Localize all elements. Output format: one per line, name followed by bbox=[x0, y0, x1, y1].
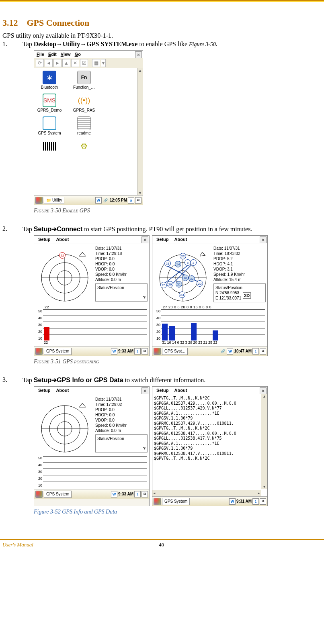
step-suffix: to switch different information. bbox=[123, 377, 206, 383]
menu-go[interactable]: Go bbox=[75, 52, 81, 57]
signal-chart: 22 5040302010 22 bbox=[34, 304, 149, 346]
step-2: 2. Tap Setup➔Connect to start GPS positi… bbox=[2, 225, 322, 233]
tray-w-icon[interactable]: W bbox=[111, 348, 117, 355]
function-icon[interactable]: FnFunction_… bbox=[71, 71, 97, 90]
gprs-demo-icon[interactable]: SMSGPRS_Demo bbox=[37, 94, 62, 112]
tray-desktop-icon[interactable]: ⧉ bbox=[260, 498, 266, 505]
menu-view[interactable]: View bbox=[61, 52, 71, 57]
taskbar: 📁Utility W 🔗 12:05 PM a ⧉ bbox=[34, 195, 143, 205]
taskbar-app[interactable]: GPS System bbox=[162, 498, 190, 505]
gps-mode-3d: 3D bbox=[243, 292, 251, 299]
toolbar: ⟳ ◄ ► ▲ ✕ ☑ ▦ ▾ bbox=[34, 58, 143, 68]
nmea-line: $GPRMC,012538.417,V,,,,,,,010811, bbox=[154, 451, 266, 457]
barcode-icon[interactable] bbox=[37, 139, 62, 154]
section-heading: 3.12 GPS Connection bbox=[2, 18, 322, 28]
section-title: GPS Connection bbox=[27, 18, 90, 28]
nmea-line: $GPGSA,A,1,,,,,,,,,,,,,,*1E bbox=[154, 441, 266, 446]
menu-setup[interactable]: Setup bbox=[156, 388, 169, 393]
step-path: Desktop→Utility→GPS SYSTEM.exe bbox=[34, 41, 138, 47]
satellite-22: 22 bbox=[180, 253, 186, 259]
vertical-scrollbar[interactable]: ▲▼ bbox=[137, 68, 143, 195]
gps-menubar: Setup About × bbox=[152, 387, 267, 394]
status-mark: ? bbox=[143, 295, 146, 300]
tray-w-icon[interactable]: W bbox=[229, 498, 236, 505]
taskbar-app[interactable]: 📁Utility bbox=[44, 197, 64, 204]
toolbar-up[interactable]: ▲ bbox=[62, 59, 70, 67]
taskbar: GPS System W 9:33 AM 1 ⧉ bbox=[34, 489, 149, 499]
tray-w-icon[interactable]: W bbox=[227, 348, 233, 355]
menu-about[interactable]: About bbox=[174, 237, 187, 242]
intro-text: GPS utility only available in PT-9X30-1-… bbox=[2, 32, 322, 39]
close-icon[interactable]: × bbox=[260, 236, 267, 243]
toolbar-view[interactable]: ▦ bbox=[92, 59, 100, 67]
gps-date: Date: 11/07/31 bbox=[95, 397, 148, 402]
start-button[interactable] bbox=[154, 498, 161, 505]
menu-about[interactable]: About bbox=[56, 388, 69, 393]
gps-vdop: VDOP: 3.1 bbox=[213, 267, 266, 272]
tray-desktop-icon[interactable]: ⧉ bbox=[260, 348, 266, 355]
horizontal-scrollbar[interactable]: ◄► bbox=[152, 490, 261, 496]
tray-network-icon[interactable]: 🔗 bbox=[103, 197, 109, 204]
toolbar-refresh[interactable]: ⟳ bbox=[36, 59, 44, 67]
status-box: Status/Position ? bbox=[95, 434, 148, 452]
toolbar-delete[interactable]: ✕ bbox=[71, 59, 79, 67]
close-icon[interactable]: × bbox=[260, 387, 267, 394]
tray-1-icon[interactable]: 1 bbox=[252, 498, 259, 505]
step-suffix: to start GPS positioning. PT90 will get … bbox=[82, 226, 252, 232]
tray-network-icon[interactable]: 🔗 bbox=[219, 348, 226, 355]
tray-w-icon[interactable]: W bbox=[111, 491, 117, 497]
step-prefix: Tap bbox=[23, 226, 34, 232]
tray-a-icon[interactable]: a bbox=[128, 197, 134, 204]
clock: 10:47 AM bbox=[234, 349, 252, 353]
tray-1-icon[interactable]: 1 bbox=[252, 348, 259, 355]
toolbar-check[interactable]: ☑ bbox=[80, 59, 88, 67]
gps-pdop: PDOP: 5.2 bbox=[213, 256, 266, 261]
menu-edit[interactable]: Edit bbox=[48, 52, 57, 57]
tray-desktop-icon[interactable]: ⧉ bbox=[141, 491, 148, 497]
gps-time: Time: 17:29:18 bbox=[95, 251, 148, 256]
svg-marker-11 bbox=[200, 252, 205, 256]
step-path: Setup➔Connect bbox=[34, 226, 82, 232]
taskbar: GPS System W 9:31 AM 1 ⧉ bbox=[152, 496, 267, 506]
taskbar-app[interactable]: GPS Syst... bbox=[162, 348, 188, 355]
menu-about[interactable]: About bbox=[174, 388, 187, 393]
readme-icon[interactable]: readme bbox=[71, 116, 97, 135]
gps-speed: Speed: 0.0 Km/hr bbox=[95, 423, 148, 428]
gear-icon[interactable]: ⚙ bbox=[71, 139, 97, 154]
tray-1-icon[interactable]: 1 bbox=[134, 348, 141, 355]
taskbar-app[interactable]: GPS System bbox=[44, 348, 72, 355]
toolbar-view-dropdown[interactable]: ▾ bbox=[101, 59, 106, 67]
close-icon[interactable]: × bbox=[135, 51, 142, 58]
satellite-22: 22 bbox=[59, 252, 66, 259]
gps-date: Date: 11/07/31 bbox=[95, 246, 148, 251]
tray-desktop-icon[interactable]: ⧉ bbox=[141, 348, 148, 355]
explorer-body: ∗Bluetooth FnFunction_… SMSGPRS_Demo ((•… bbox=[34, 68, 143, 195]
nmea-line: $GPRMC,012537.429,V,,,,,,,010811, bbox=[154, 421, 266, 426]
figure-3-52-caption: Figure 3-52 GPS Info and GPS Data bbox=[34, 509, 322, 515]
tray-desktop-icon[interactable]: ⧉ bbox=[135, 197, 141, 204]
menu-file[interactable]: File bbox=[37, 52, 44, 57]
menu-setup[interactable]: Setup bbox=[156, 237, 169, 242]
close-icon[interactable]: × bbox=[141, 387, 148, 394]
start-button[interactable] bbox=[35, 197, 43, 204]
bluetooth-icon[interactable]: ∗Bluetooth bbox=[37, 71, 62, 90]
menu-about[interactable]: About bbox=[56, 237, 69, 242]
close-icon[interactable]: × bbox=[141, 236, 148, 243]
toolbar-forward[interactable]: ► bbox=[53, 59, 62, 67]
vertical-scrollbar[interactable]: ▲▼ bbox=[261, 394, 267, 489]
tray-1-icon[interactable]: 1 bbox=[134, 491, 141, 497]
taskbar: GPS Syst... 🔗 W 10:47 AM 1 ⧉ bbox=[152, 346, 267, 356]
taskbar-app[interactable]: GPS System bbox=[44, 491, 72, 498]
tray-w-icon[interactable]: W bbox=[95, 197, 102, 204]
gprs-ras-icon[interactable]: ((•))GPRS_RAS bbox=[71, 94, 97, 112]
start-button[interactable] bbox=[154, 348, 161, 355]
gps-altitude: Altitude: 0.0 m bbox=[95, 277, 148, 282]
menu-setup[interactable]: Setup bbox=[38, 237, 51, 242]
start-button[interactable] bbox=[35, 491, 43, 498]
satellite-21: 21 bbox=[164, 260, 171, 267]
toolbar-back[interactable]: ◄ bbox=[45, 59, 53, 67]
top-values: 27 23 0 0 28 0 0 16 0 0 0 0 bbox=[155, 305, 265, 309]
start-button[interactable] bbox=[35, 348, 43, 355]
gps-system-icon[interactable]: GPS System bbox=[37, 116, 62, 135]
menu-setup[interactable]: Setup bbox=[38, 388, 51, 393]
